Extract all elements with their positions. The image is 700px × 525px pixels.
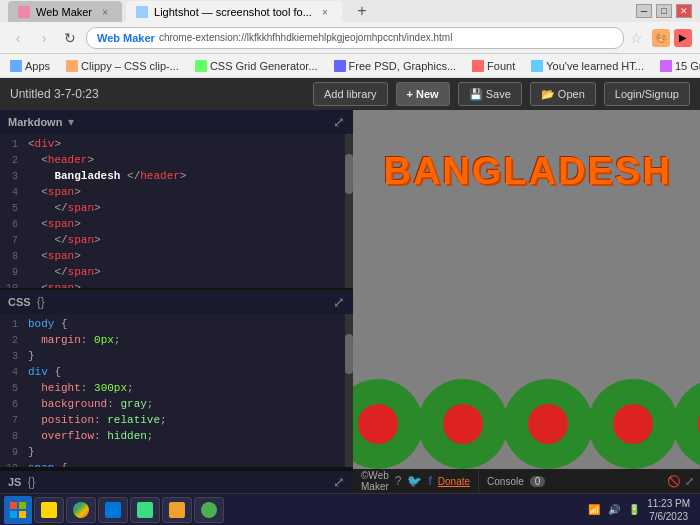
bookmark-clippy-label: Clippy – CSS clip-...	[81, 60, 179, 72]
bookmark-clippy[interactable]: Clippy – CSS clip-...	[62, 58, 183, 74]
save-button[interactable]: 💾 Save	[458, 82, 522, 106]
address-bar: ‹ › ↻ Web Maker chrome-extension://lkfkk…	[0, 22, 700, 54]
html-line-3: 3 Bangladesh </header>	[0, 170, 353, 186]
facebook-icon[interactable]: f	[428, 474, 431, 488]
tray-network-icon[interactable]: 📶	[587, 503, 601, 517]
extension-icons: 🎨 ▶	[652, 29, 692, 47]
bookmark-apps-icon	[10, 60, 22, 72]
console-clear-icon[interactable]: 🚫	[667, 475, 681, 488]
phone-icon	[201, 502, 217, 518]
bookmark-cssgrid[interactable]: CSS Grid Generator...	[191, 58, 322, 74]
taskbar-item-chrome[interactable]	[66, 497, 96, 523]
html-line-5: 5 </span>	[0, 202, 353, 218]
refresh-button[interactable]: ↻	[60, 28, 80, 48]
windows-logo-icon	[10, 502, 26, 518]
bookmark-webdesi-label: 15 Great Web Desi...	[675, 60, 700, 72]
taskbar-item-android[interactable]	[130, 497, 160, 523]
new-button[interactable]: + New	[396, 82, 450, 106]
android-icon	[137, 502, 153, 518]
taskbar-item-phone[interactable]	[194, 497, 224, 523]
close-button[interactable]: ✕	[676, 4, 692, 18]
windows-taskbar: 📶 🔊 🔋 11:23 PM 7/6/2023	[0, 493, 700, 525]
tab-lightshot[interactable]: Lightshot — screenshot tool fo... ×	[126, 1, 342, 23]
preview-bangladesh-text: BANGLADESH	[383, 150, 671, 193]
css-line-1: 1body {	[0, 318, 353, 334]
tab-close-webmaker[interactable]: ×	[98, 5, 112, 19]
markdown-dropdown-arrow[interactable]: ▾	[68, 115, 74, 129]
webmaker-toolbar: Untitled 3-7-0:23 Add library + New 💾 Sa…	[0, 78, 700, 110]
html-editor-scrollbar[interactable]	[345, 134, 353, 288]
html-line-9: 9 </span>	[0, 266, 353, 282]
help-icon[interactable]: ?	[395, 474, 402, 488]
taskbar-item-vscode[interactable]	[98, 497, 128, 523]
vscode-icon	[105, 502, 121, 518]
bookmark-fount[interactable]: Fount	[468, 58, 519, 74]
new-tab-button[interactable]: +	[350, 0, 374, 23]
svg-rect-3	[19, 511, 26, 518]
html-editor-header: Markdown ▾ ⤢	[0, 110, 353, 134]
bookmark-psd-icon	[334, 60, 346, 72]
console-count-badge: 0	[530, 476, 546, 487]
statusbar-left: ©Web Maker ? 🐦 f Donate	[353, 470, 479, 492]
css-line-2: 2 margin: 0px;	[0, 334, 353, 350]
maximize-button[interactable]: □	[656, 4, 672, 18]
tray-battery-icon[interactable]: 🔋	[627, 503, 641, 517]
bookmark-fount-label: Fount	[487, 60, 515, 72]
forward-button[interactable]: ›	[34, 28, 54, 48]
add-library-button[interactable]: Add library	[313, 82, 388, 106]
circle-5	[673, 379, 700, 469]
taskbar-item-files[interactable]	[162, 497, 192, 523]
taskbar-item-file-explorer[interactable]	[34, 497, 64, 523]
url-path: chrome-extension://lkfkkhfhhdkiemehlpkgj…	[159, 32, 452, 43]
clock-date: 7/6/2023	[647, 510, 690, 523]
left-panel: Markdown ▾ ⤢ 1<div> 2 <header> 3 Banglad…	[0, 110, 353, 493]
title-bar: Web Maker × Lightshot — screenshot tool …	[0, 0, 700, 22]
js-editor-expand-icon[interactable]: ⤢	[333, 474, 345, 490]
html-line-1: 1<div>	[0, 138, 353, 154]
bookmark-webdesi[interactable]: 15 Great Web Desi...	[656, 58, 700, 74]
start-button[interactable]	[4, 496, 32, 524]
circle-4-inner	[613, 404, 653, 444]
html-editor-expand-icon[interactable]: ⤢	[333, 114, 345, 130]
bookmark-learned-icon	[531, 60, 543, 72]
css-line-9: 9}	[0, 446, 353, 462]
js-format-icon[interactable]: {}	[27, 475, 35, 489]
twitter-icon[interactable]: 🐦	[407, 474, 422, 488]
css-editor-header: CSS {} ⤢	[0, 290, 353, 314]
css-line-4: 4div {	[0, 366, 353, 382]
bookmark-webdesi-icon	[660, 60, 672, 72]
system-clock[interactable]: 11:23 PM 7/6/2023	[647, 497, 690, 523]
ext-icon-1[interactable]: 🎨	[652, 29, 670, 47]
tab-close-lightshot[interactable]: ×	[318, 5, 332, 19]
css-editor-expand-icon[interactable]: ⤢	[333, 294, 345, 310]
tab-webmaker[interactable]: Web Maker ×	[8, 1, 122, 23]
css-line-7: 7 position: relative;	[0, 414, 353, 430]
back-button[interactable]: ‹	[8, 28, 28, 48]
css-editor-label: CSS	[8, 296, 31, 308]
login-button[interactable]: Login/Signup	[604, 82, 690, 106]
bookmark-star-icon[interactable]: ☆	[630, 30, 646, 46]
ext-icon-2[interactable]: ▶	[674, 29, 692, 47]
bookmark-psd[interactable]: Free PSD, Graphics...	[330, 58, 461, 74]
css-line-3: 3}	[0, 350, 353, 366]
bookmark-cssgrid-icon	[195, 60, 207, 72]
bookmark-cssgrid-label: CSS Grid Generator...	[210, 60, 318, 72]
console-expand-icon[interactable]: ⤢	[685, 475, 694, 488]
open-button[interactable]: 📂 Open	[530, 82, 596, 106]
minimize-button[interactable]: ─	[636, 4, 652, 18]
css-editor-scrollbar[interactable]	[345, 314, 353, 468]
html-editor-body[interactable]: 1<div> 2 <header> 3 Bangladesh </header>…	[0, 134, 353, 288]
svg-rect-2	[10, 511, 17, 518]
css-editor-body[interactable]: 1body { 2 margin: 0px; 3} 4div { 5 heigh…	[0, 314, 353, 468]
html-line-6: 6 <span>	[0, 218, 353, 234]
html-editor-label: Markdown	[8, 116, 62, 128]
donate-link[interactable]: Donate	[438, 476, 470, 487]
url-input[interactable]: Web Maker chrome-extension://lkfkkhfhhdk…	[86, 27, 624, 49]
file-explorer-icon	[41, 502, 57, 518]
bookmark-learned[interactable]: You've learned HT...	[527, 58, 648, 74]
css-format-icon[interactable]: {}	[37, 295, 45, 309]
tray-volume-icon[interactable]: 🔊	[607, 503, 621, 517]
bookmark-apps[interactable]: Apps	[6, 58, 54, 74]
console-bar: ©Web Maker ? 🐦 f Donate Console 0 🚫 ⤢	[353, 469, 700, 493]
css-line-6: 6 background: gray;	[0, 398, 353, 414]
